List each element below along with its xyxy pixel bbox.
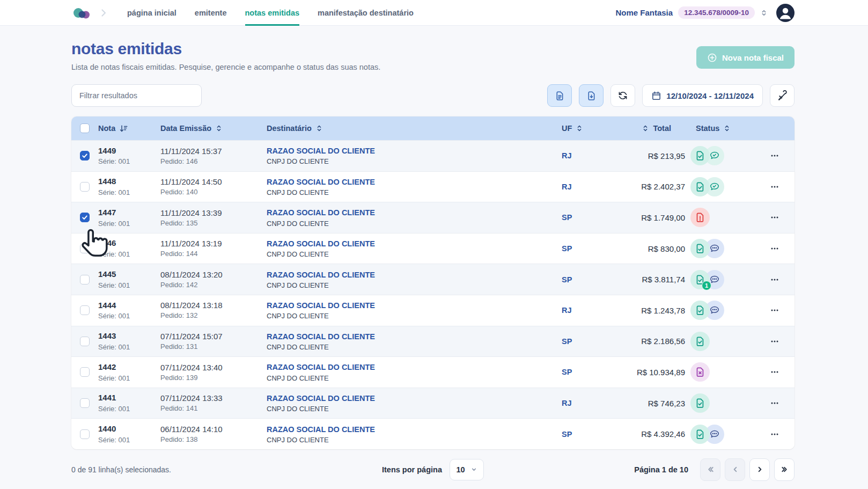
table-row[interactable]: 1449 Série: 001 11/11/2024 15:37 Pedido:… [71,140,795,171]
table-row[interactable]: 1441 Série: 001 07/11/2024 13:33 Pedido:… [71,388,795,419]
header-destinatario[interactable]: Destinatário [267,124,524,133]
items-per-page-label: Itens por página [382,465,442,474]
date-range-button[interactable]: 12/10/2024 - 12/11/2024 [642,84,763,107]
sort-updown-icon [576,124,583,133]
uf-value: SP [524,244,589,253]
recipient-cnpj: CNPJ DO CLIENTE [267,343,524,351]
last-page-button[interactable] [774,458,795,481]
table-row[interactable]: 1447 Série: 001 11/11/2024 13:39 Pedido:… [71,202,795,233]
row-actions-button[interactable] [755,398,795,408]
row-actions-button[interactable] [755,275,795,284]
previous-page-button[interactable] [725,458,745,481]
doc-check-icon[interactable] [690,425,710,444]
nav-link-pagina-inicial[interactable]: página inicial [127,0,176,26]
new-invoice-button[interactable]: Nova nota fiscal [696,46,795,69]
status-cell [685,393,755,413]
recipient-name-link[interactable]: RAZAO SOCIAL DO CLIENTE [267,239,524,249]
select-all-checkbox[interactable] [80,123,90,133]
page-title: notas emitidas [71,40,380,58]
order-number: Pedido: 144 [160,250,267,258]
header-status-label: Status [696,124,719,133]
table-row[interactable]: 1440 Série: 001 06/11/2024 14:10 Pedido:… [71,418,795,449]
row-checkbox[interactable] [80,429,90,439]
app-logo-icon[interactable] [71,4,92,21]
first-page-button[interactable] [700,458,720,481]
invoice-series: Série: 001 [98,405,160,413]
next-page-button[interactable] [749,458,770,481]
row-checkbox[interactable] [80,151,90,160]
uf-value: RJ [524,151,589,160]
cnpj-badge[interactable]: 12.345.678/0009-10 [678,6,755,19]
table-row[interactable]: 1442 Série: 001 07/11/2024 13:40 Pedido:… [71,356,795,388]
row-checkbox[interactable] [80,213,90,222]
row-checkbox[interactable] [80,305,90,315]
table-row[interactable]: 1446 Série: 001 11/11/2024 13:19 Pedido:… [71,233,795,264]
row-checkbox[interactable] [80,244,90,253]
row-actions-button[interactable] [755,151,795,160]
row-checkbox[interactable] [80,398,90,408]
header-total[interactable]: Total [589,124,685,133]
items-per-page-select[interactable]: 10 [450,459,484,480]
row-actions-button[interactable] [755,182,795,192]
export-report-button[interactable] [547,84,572,107]
company-name: Nome Fantasia [615,8,673,17]
status-cell [685,208,755,227]
row-checkbox[interactable] [80,337,90,346]
doc-check-icon[interactable] [690,301,710,320]
recipient-name-link[interactable]: RAZAO SOCIAL DO CLIENTE [267,362,524,372]
row-actions-button[interactable] [755,244,795,253]
row-checkbox[interactable] [80,275,90,284]
table-row[interactable]: 1445 Série: 001 08/11/2024 13:20 Pedido:… [71,264,795,295]
doc-check-icon[interactable] [690,239,710,258]
recipient-name-link[interactable]: RAZAO SOCIAL DO CLIENTE [267,425,524,434]
nav-link-emitente[interactable]: emitente [195,0,227,26]
table-row[interactable]: 1443 Série: 001 07/11/2024 15:07 Pedido:… [71,326,795,357]
dots-menu-icon [770,305,779,315]
row-actions-button[interactable] [755,213,795,222]
row-checkbox[interactable] [80,182,90,192]
row-checkbox[interactable] [80,367,90,377]
invoice-number: 1446 [98,238,160,249]
recipient-name-link[interactable]: RAZAO SOCIAL DO CLIENTE [267,270,524,280]
company-switcher-icon[interactable] [760,9,768,17]
doc-check-icon[interactable] [690,393,710,413]
recipient-name-link[interactable]: RAZAO SOCIAL DO CLIENTE [267,146,524,156]
page-subtitle: Lista de notas fiscais emitidas. Pesquis… [71,63,380,71]
selection-count: 0 de 91 linha(s) selecionadas. [71,465,382,474]
header-data-emissao[interactable]: Data Emissão [160,124,267,133]
row-actions-button[interactable] [755,429,795,439]
refresh-button[interactable] [610,84,635,107]
status-cell: 1 [685,270,755,289]
invoice-series: Série: 001 [98,312,160,320]
row-actions-button[interactable] [755,305,795,315]
nav-link-notas-emitidas[interactable]: notas emitidas [245,0,300,26]
status-cell [685,146,755,165]
recipient-name-link[interactable]: RAZAO SOCIAL DO CLIENTE [267,177,524,187]
header-nota[interactable]: Nota [98,124,160,133]
nav-link-manifestacao-destinatario[interactable]: manifestação destinatário [318,0,414,26]
header-status[interactable]: Status [685,124,755,133]
row-actions-button[interactable] [755,367,795,377]
table-row[interactable]: 1448 Série: 001 11/11/2024 14:50 Pedido:… [71,171,795,202]
recipient-name-link[interactable]: RAZAO SOCIAL DO CLIENTE [267,332,524,341]
user-avatar[interactable] [776,4,795,22]
settings-tools-button[interactable] [770,84,795,107]
invoice-series: Série: 001 [98,157,160,166]
doc-error-icon[interactable] [690,208,710,227]
doc-check-icon[interactable] [690,332,710,351]
download-document-button[interactable] [579,84,604,107]
row-actions-button[interactable] [755,337,795,346]
header-uf-label: UF [562,124,572,133]
total-value: R$ 746,23 [589,399,685,408]
header-uf[interactable]: UF [524,124,589,133]
doc-check-icon[interactable] [690,177,710,196]
doc-check-icon[interactable] [690,146,710,165]
status-cell [685,362,755,382]
recipient-name-link[interactable]: RAZAO SOCIAL DO CLIENTE [267,393,524,403]
recipient-name-link[interactable]: RAZAO SOCIAL DO CLIENTE [267,208,524,217]
recipient-name-link[interactable]: RAZAO SOCIAL DO CLIENTE [267,301,524,310]
table-row[interactable]: 1444 Série: 001 08/11/2024 13:18 Pedido:… [71,295,795,326]
doc-x-icon[interactable] [690,362,710,382]
doc-check-icon[interactable]: 1 [690,270,710,289]
filter-input[interactable] [71,84,202,107]
